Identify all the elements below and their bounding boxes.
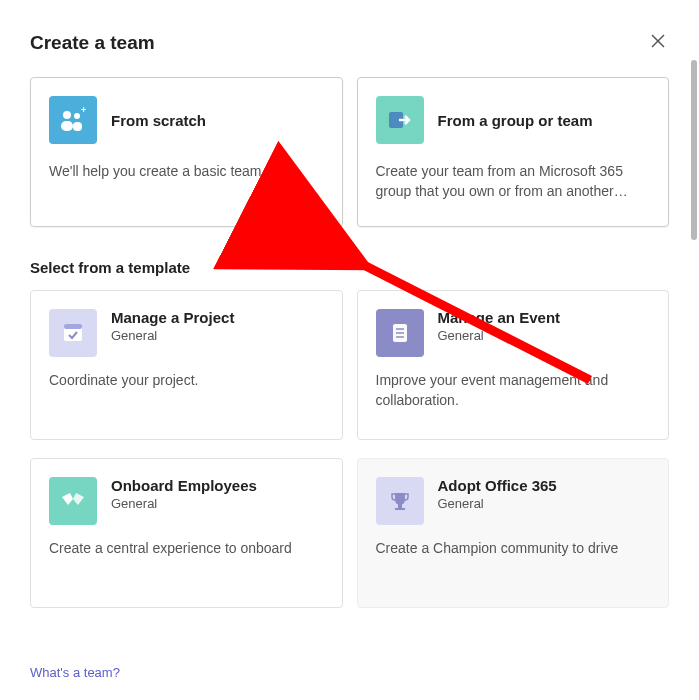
svg-rect-15 [395, 508, 405, 510]
svg-text:+: + [81, 107, 86, 115]
card-title: From scratch [111, 112, 206, 129]
calendar-check-icon [49, 309, 97, 357]
dialog-header: Create a team [0, 0, 699, 77]
from-group-card[interactable]: From a group or team Create your team fr… [357, 77, 670, 227]
card-title: Manage a Project [111, 309, 234, 326]
onboard-employees-card[interactable]: Onboard Employees General Create a centr… [30, 458, 343, 608]
template-section-heading: Select from a template [0, 245, 699, 290]
template-card-row: Manage a Project General Coordinate your… [0, 290, 699, 458]
svg-point-2 [63, 111, 71, 119]
trophy-icon [376, 477, 424, 525]
primary-card-row: + From scratch We'll help you create a b… [0, 77, 699, 245]
close-icon[interactable] [647, 28, 669, 57]
svg-rect-14 [398, 504, 402, 508]
card-description: Create a central experience to onboard [49, 539, 324, 559]
card-title: Adopt Office 365 [438, 477, 557, 494]
card-description: Create your team from an Microsoft 365 g… [376, 162, 651, 201]
svg-rect-5 [73, 122, 82, 131]
card-title: From a group or team [438, 112, 593, 129]
manage-project-card[interactable]: Manage a Project General Coordinate your… [30, 290, 343, 440]
manage-event-card[interactable]: Manage an Event General Improve your eve… [357, 290, 670, 440]
card-subtitle: General [111, 496, 257, 511]
from-scratch-card[interactable]: + From scratch We'll help you create a b… [30, 77, 343, 227]
card-subtitle: General [438, 496, 557, 511]
card-title: Manage an Event [438, 309, 561, 326]
card-subtitle: General [111, 328, 234, 343]
card-subtitle: General [438, 328, 561, 343]
whats-a-team-link[interactable]: What's a team? [30, 665, 120, 680]
svg-rect-4 [61, 121, 73, 131]
checklist-icon [376, 309, 424, 357]
group-arrow-icon [376, 96, 424, 144]
adopt-office365-card[interactable]: Adopt Office 365 General Create a Champi… [357, 458, 670, 608]
people-plus-icon: + [49, 96, 97, 144]
scrollbar-thumb[interactable] [691, 60, 697, 240]
svg-rect-9 [64, 324, 82, 329]
template-card-row: Onboard Employees General Create a centr… [0, 458, 699, 626]
handshake-icon [49, 477, 97, 525]
card-description: We'll help you create a basic team. [49, 162, 324, 182]
card-description: Improve your event management and collab… [376, 371, 651, 410]
svg-point-3 [74, 113, 80, 119]
card-description: Coordinate your project. [49, 371, 324, 391]
svg-rect-8 [64, 327, 82, 341]
card-title: Onboard Employees [111, 477, 257, 494]
card-description: Create a Champion community to drive [376, 539, 651, 559]
dialog-title: Create a team [30, 32, 155, 54]
